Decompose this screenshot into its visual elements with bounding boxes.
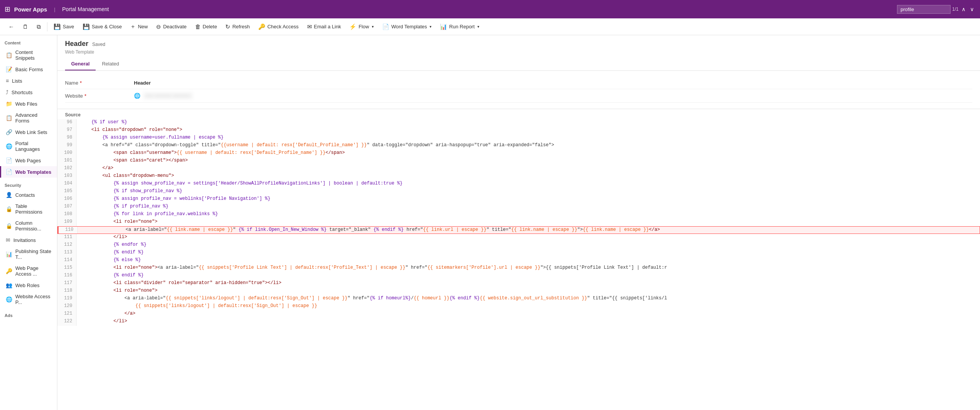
word-templates-button[interactable]: 📄 Word Templates ▾ xyxy=(378,21,435,32)
shortcuts-icon: ⤴ xyxy=(6,89,8,95)
code-line-105[interactable]: 105 {% if show_profile_nav %} xyxy=(57,188,980,196)
website-label: Website * xyxy=(65,93,134,99)
save-close-icon: 💾 xyxy=(83,23,90,30)
refresh-button[interactable]: ↻ Refresh xyxy=(221,21,254,32)
code-line-106[interactable]: 106 {% assign profile_nav = weblinks['Pr… xyxy=(57,196,980,203)
code-line-122[interactable]: 122 </li> xyxy=(57,318,980,326)
run-report-icon: 📊 xyxy=(440,23,447,30)
line-content: {% assign show_profile_nav = settings['H… xyxy=(77,180,980,188)
line-number: 99 xyxy=(57,142,77,150)
word-templates-dropdown-arrow: ▾ xyxy=(430,25,431,29)
line-content: <ul class="dropdown-menu"> xyxy=(77,173,980,180)
code-line-111[interactable]: 111 </li> xyxy=(57,234,980,242)
website-required-star: * xyxy=(85,93,86,99)
sidebar-item-invitations[interactable]: ✉ Invitations xyxy=(0,234,57,246)
code-line-115[interactable]: 115 <li role="none"><a aria-label="{{ sn… xyxy=(57,265,980,272)
sidebar-item-publishing-state-label: Publishing State T... xyxy=(15,248,52,260)
advanced-forms-icon: 📋 xyxy=(6,115,12,121)
popout-button[interactable]: ⧉ xyxy=(33,21,45,32)
sidebar-item-web-roles[interactable]: 👥 Web Roles xyxy=(0,279,57,291)
tab-related[interactable]: Related xyxy=(96,58,125,70)
sidebar-item-web-files[interactable]: 📁 Web Files xyxy=(0,98,57,109)
sidebar-item-contacts[interactable]: 👤 Contacts xyxy=(0,189,57,201)
source-area: Source 96 {% if user %}97 <li class="dro… xyxy=(57,109,980,410)
tab-general[interactable]: General xyxy=(65,58,96,70)
code-line-118[interactable]: 118 <li role="none"> xyxy=(57,287,980,295)
ads-section-label: Ads xyxy=(0,308,57,319)
sidebar-item-basic-forms-label: Basic Forms xyxy=(15,67,43,72)
code-line-116[interactable]: 116 {% endif %} xyxy=(57,272,980,280)
new-button[interactable]: ＋ New xyxy=(126,21,151,32)
email-link-button[interactable]: ✉ Email a Link xyxy=(303,21,345,32)
code-line-104[interactable]: 104 {% assign show_profile_nav = setting… xyxy=(57,180,980,188)
line-number: 116 xyxy=(57,272,77,280)
search-next-button[interactable]: ∨ xyxy=(969,5,975,13)
name-value[interactable]: Header xyxy=(134,80,972,86)
code-line-109[interactable]: 109 <li role="none"> xyxy=(57,219,980,226)
run-report-button[interactable]: 📊 Run Report ▾ xyxy=(436,21,483,32)
refresh-icon: ↻ xyxy=(225,23,230,30)
apps-icon[interactable]: ⊞ xyxy=(5,5,10,13)
save-close-button[interactable]: 💾 Save & Close xyxy=(79,21,126,32)
code-line-97[interactable]: 97 <li class="dropdown" role="none"> xyxy=(57,127,980,134)
app-name: Power Apps xyxy=(14,6,47,13)
check-access-button[interactable]: 🔑 Check Access xyxy=(254,21,303,32)
code-line-100[interactable]: 100 <span class="username">{{ username |… xyxy=(57,150,980,157)
main-layout: Content 📋 Content Snippets 📝 Basic Forms… xyxy=(0,35,980,410)
line-number: 121 xyxy=(57,310,77,318)
code-line-107[interactable]: 107 {% if profile_nav %} xyxy=(57,203,980,211)
code-line-112[interactable]: 112 {% endfor %} xyxy=(57,242,980,249)
line-number: 112 xyxy=(57,242,77,249)
sidebar-item-web-templates[interactable]: 📄 Web Templates xyxy=(0,166,57,178)
record-title: Header xyxy=(65,40,88,48)
sidebar-item-table-permissions[interactable]: 🔒 Table Permissions xyxy=(0,201,57,217)
code-editor[interactable]: 96 {% if user %}97 <li class="dropdown" … xyxy=(57,119,980,410)
notes-button[interactable]: 🗒 xyxy=(19,21,32,32)
sidebar-item-web-pages[interactable]: 📄 Web Pages xyxy=(0,155,57,166)
code-line-117[interactable]: 117 <li class="divider" role="separator"… xyxy=(57,280,980,287)
code-line-103[interactable]: 103 <ul class="dropdown-menu"> xyxy=(57,173,980,180)
code-line-108[interactable]: 108 {% for link in profile_nav.weblinks … xyxy=(57,211,980,219)
search-prev-button[interactable]: ∧ xyxy=(960,5,967,13)
record-subtitle: Web Template xyxy=(65,49,972,55)
code-line-120[interactable]: 120 {{ snippets['links/logout'] | defaul… xyxy=(57,303,980,310)
save-button[interactable]: 💾 Save xyxy=(50,21,78,32)
delete-button[interactable]: 🗑 Delete xyxy=(191,21,221,32)
sidebar-item-publishing-state[interactable]: 📊 Publishing State T... xyxy=(0,246,57,263)
line-number: 101 xyxy=(57,157,77,165)
invitations-icon: ✉ xyxy=(6,237,10,243)
code-line-114[interactable]: 114 {% else %} xyxy=(57,257,980,265)
code-line-99[interactable]: 99 <a href="#" class="dropdown-toggle" t… xyxy=(57,142,980,150)
sidebar-item-web-pages-label: Web Pages xyxy=(15,158,41,163)
name-field-row: Name * Header xyxy=(65,77,972,89)
sidebar-item-content-snippets[interactable]: 📋 Content Snippets xyxy=(0,47,57,64)
code-line-121[interactable]: 121 </a> xyxy=(57,310,980,318)
code-line-96[interactable]: 96 {% if user %} xyxy=(57,119,980,127)
sidebar-item-column-permissions[interactable]: 🔒 Column Permissio... xyxy=(0,217,57,234)
code-line-101[interactable]: 101 <span class="caret"></span> xyxy=(57,157,980,165)
code-line-113[interactable]: 113 {% endif %} xyxy=(57,249,980,257)
sidebar-item-shortcuts[interactable]: ⤴ Shortcuts xyxy=(0,87,57,98)
sidebar-item-web-link-sets[interactable]: 🔗 Web Link Sets xyxy=(0,126,57,138)
line-number: 115 xyxy=(57,265,77,272)
line-number: 120 xyxy=(57,303,77,310)
web-roles-icon: 👥 xyxy=(6,282,12,288)
code-line-119[interactable]: 119 <a aria-label="{{ snippets['links/lo… xyxy=(57,295,980,303)
sidebar-item-basic-forms[interactable]: 📝 Basic Forms xyxy=(0,64,57,75)
code-line-102[interactable]: 102 </a> xyxy=(57,165,980,173)
code-line-110[interactable]: 110 <a aria-label="{{ link.name | escape… xyxy=(57,226,980,234)
code-line-98[interactable]: 98 {% assign username=user.fullname | es… xyxy=(57,134,980,142)
deactivate-button[interactable]: ⊖ Deactivate xyxy=(152,21,190,32)
sidebar-item-web-page-access[interactable]: 🔑 Web Page Access ... xyxy=(0,263,57,279)
sidebar-item-website-access[interactable]: 🌐 Website Access P... xyxy=(0,291,57,308)
sidebar-item-lists[interactable]: ≡ Lists xyxy=(0,75,57,87)
web-link-sets-icon: 🔗 xyxy=(6,129,12,135)
sidebar-item-portal-languages[interactable]: 🌐 Portal Languages xyxy=(0,138,57,155)
website-value[interactable]: --- ------- ------- xyxy=(143,92,193,99)
search-input[interactable] xyxy=(897,5,951,14)
flow-button[interactable]: ⚡ Flow ▾ xyxy=(345,21,377,32)
line-number: 106 xyxy=(57,196,77,203)
line-number: 96 xyxy=(57,119,77,127)
back-button[interactable]: ← xyxy=(5,21,18,32)
sidebar-item-advanced-forms[interactable]: 📋 Advanced Forms xyxy=(0,109,57,126)
